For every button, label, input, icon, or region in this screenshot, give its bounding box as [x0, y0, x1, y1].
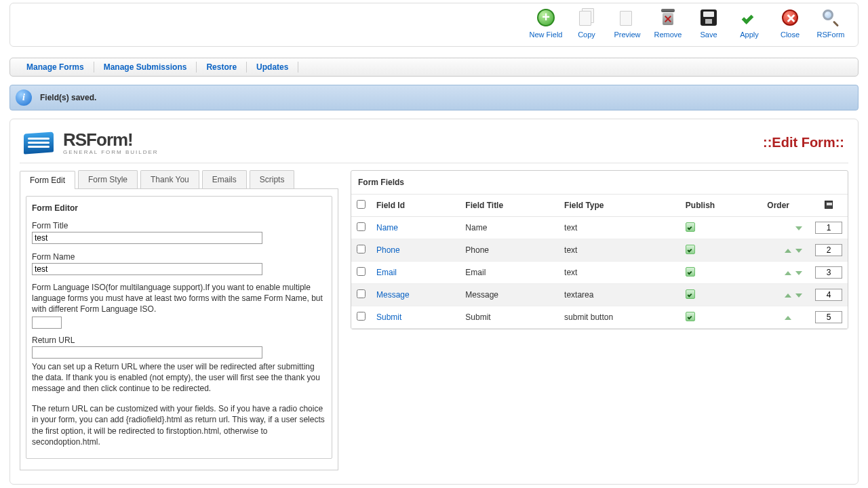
page-title: ::Edit Form::: [763, 135, 848, 150]
close-icon: [782, 9, 798, 26]
order-input[interactable]: [815, 311, 842, 323]
field-title-cell: Phone: [460, 239, 559, 262]
preview-button[interactable]: Preview: [607, 7, 648, 46]
field-id-link[interactable]: Phone: [376, 245, 400, 255]
main-panel: RSForm! GENERAL FORM BUILDER ::Edit Form…: [9, 119, 859, 485]
table-row: MessageMessagetextarea: [351, 284, 848, 306]
publish-toggle-icon[interactable]: [686, 222, 695, 232]
table-row: EmailEmailtext: [351, 262, 848, 284]
field-type-cell: textarea: [559, 284, 680, 306]
tab-thank-you[interactable]: Thank You: [140, 170, 199, 188]
plus-icon: +: [537, 9, 555, 26]
row-checkbox[interactable]: [357, 245, 366, 253]
publish-toggle-icon[interactable]: [686, 312, 695, 321]
close-button[interactable]: Close: [770, 7, 810, 46]
menu-restore[interactable]: Restore: [197, 62, 246, 72]
menu-manage-submissions[interactable]: Manage Submissions: [94, 62, 197, 72]
form-editor-legend: Form Editor: [32, 203, 326, 213]
order-up-icon[interactable]: [785, 271, 791, 275]
publish-toggle-icon[interactable]: [686, 289, 695, 299]
col-field-id: Field Id: [371, 195, 460, 217]
col-order: Order: [762, 195, 810, 217]
remove-button[interactable]: Remove: [648, 7, 688, 46]
lang-help-text: Form Language ISO(for multilanguage supp…: [32, 282, 326, 315]
tab-scripts[interactable]: Scripts: [250, 170, 295, 188]
col-field-title: Field Title: [460, 195, 559, 217]
logo-icon: [24, 129, 56, 156]
form-name-label: Form Name: [32, 252, 326, 262]
table-row: SubmitSubmitsubmit button: [351, 306, 848, 329]
row-checkbox[interactable]: [357, 222, 366, 231]
rsform-logo: RSForm! GENERAL FORM BUILDER: [20, 129, 159, 156]
form-editor-fieldset: Form Editor Form Title Form Name Form La…: [26, 196, 332, 459]
field-id-link[interactable]: Email: [376, 268, 397, 277]
order-down-icon[interactable]: [795, 226, 802, 230]
field-id-link[interactable]: Name: [376, 223, 398, 232]
order-up-icon[interactable]: [785, 293, 791, 298]
apply-button[interactable]: Apply: [729, 7, 770, 46]
notice-message: Field(s) saved.: [40, 93, 96, 102]
info-icon: i: [16, 89, 32, 106]
return-help1: You can set up a Return URL where the us…: [32, 361, 326, 394]
row-checkbox[interactable]: [357, 267, 366, 276]
row-checkbox[interactable]: [357, 312, 366, 321]
order-up-icon[interactable]: [785, 249, 791, 253]
publish-toggle-icon[interactable]: [686, 267, 695, 277]
return-url-label: Return URL: [32, 336, 326, 345]
order-down-icon[interactable]: [795, 271, 802, 275]
field-title-cell: Message: [460, 284, 559, 306]
copy-button[interactable]: Copy: [566, 7, 607, 46]
sub-menubar: Manage Forms Manage Submissions Restore …: [9, 58, 859, 77]
form-name-input[interactable]: [32, 263, 262, 275]
order-down-icon[interactable]: [795, 293, 802, 298]
magnifier-icon: [823, 9, 839, 26]
order-input[interactable]: [815, 222, 842, 234]
tabs: Form Edit Form Style Thank You Emails Sc…: [20, 170, 338, 189]
form-fields-panel: Form Fields Field Id Field Title Field T…: [351, 170, 848, 329]
order-up-icon[interactable]: [785, 316, 791, 320]
top-toolbar: + New Field Copy Preview Remove Save App…: [9, 3, 859, 47]
field-title-cell: Submit: [460, 306, 559, 329]
order-input[interactable]: [815, 244, 842, 256]
preview-icon: [618, 8, 636, 27]
disk-icon: [701, 9, 717, 26]
form-lang-input[interactable]: [32, 317, 62, 329]
form-fields-table: Field Id Field Title Field Type Publish …: [351, 194, 848, 329]
save-order-icon[interactable]: [825, 201, 833, 209]
table-row: NameNametext: [351, 217, 848, 239]
tab-form-style[interactable]: Form Style: [78, 170, 138, 188]
col-publish: Publish: [680, 195, 762, 217]
field-type-cell: text: [559, 217, 680, 239]
rsform-button[interactable]: RSForm: [810, 7, 851, 46]
row-checkbox[interactable]: [357, 289, 366, 298]
table-row: PhonePhonetext: [351, 239, 848, 262]
logo-title: RSForm!: [63, 129, 159, 150]
save-button[interactable]: Save: [688, 7, 729, 46]
menu-updates[interactable]: Updates: [247, 62, 298, 72]
order-down-icon[interactable]: [795, 249, 802, 253]
check-icon: [740, 9, 759, 26]
col-field-type: Field Type: [559, 195, 680, 217]
field-id-link[interactable]: Message: [376, 290, 410, 300]
return-help2: The return URL can be customized with yo…: [32, 403, 326, 447]
tab-form-edit[interactable]: Form Edit: [20, 171, 75, 189]
menu-manage-forms[interactable]: Manage Forms: [17, 62, 94, 72]
field-type-cell: text: [559, 262, 680, 284]
field-title-cell: Name: [460, 217, 559, 239]
field-type-cell: submit button: [559, 306, 680, 329]
order-input[interactable]: [815, 289, 842, 301]
field-title-cell: Email: [460, 262, 559, 284]
publish-toggle-icon[interactable]: [686, 245, 695, 254]
notice-bar: i Field(s) saved.: [9, 85, 859, 110]
trash-icon: [660, 9, 675, 26]
return-url-input[interactable]: [32, 346, 262, 359]
field-id-link[interactable]: Submit: [376, 312, 401, 322]
form-title-input[interactable]: [32, 232, 262, 244]
field-type-cell: text: [559, 239, 680, 262]
order-input[interactable]: [815, 266, 842, 279]
copy-icon: [578, 8, 595, 27]
new-field-button[interactable]: + New Field: [526, 7, 566, 46]
select-all-checkbox[interactable]: [357, 200, 366, 209]
form-title-label: Form Title: [32, 221, 326, 230]
tab-emails[interactable]: Emails: [202, 170, 247, 188]
